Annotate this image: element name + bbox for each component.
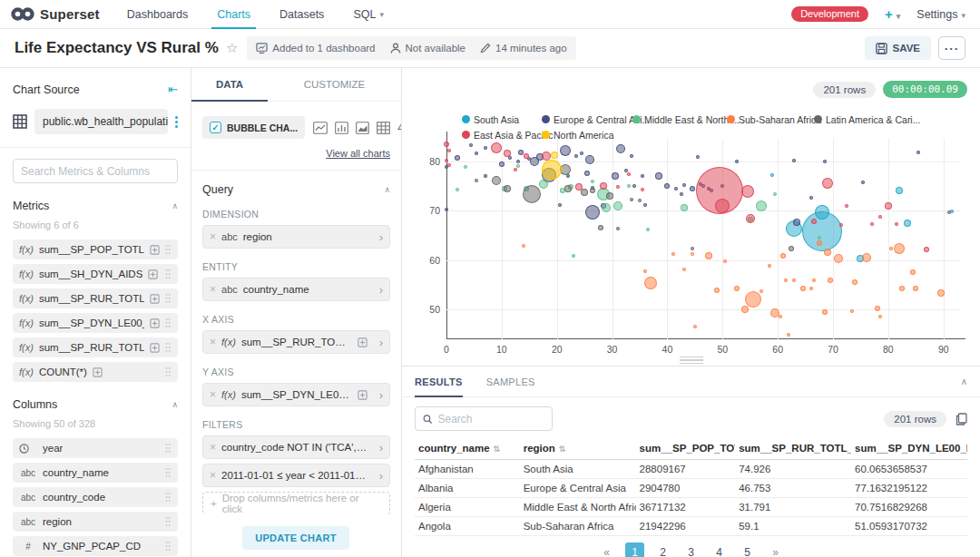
bubble-middle-east-north-africa[interactable] — [627, 184, 631, 188]
column-header-region[interactable]: region⇅ — [520, 440, 636, 460]
column-item[interactable]: year●●●●●● — [13, 438, 178, 458]
bubble-sub-saharan-africa[interactable] — [937, 289, 945, 297]
bubble-europe-central-asia[interactable] — [674, 187, 678, 191]
copy-icon[interactable] — [956, 413, 967, 425]
bubble-europe-central-asia[interactable] — [612, 172, 619, 180]
more-actions-button[interactable]: ··· — [938, 36, 965, 60]
tab-customize[interactable]: CUSTOMIZE — [268, 68, 401, 101]
metric-item[interactable]: f(x)COUNT(*)●●●●●● — [13, 362, 178, 382]
bubble-latin-america-caribbean[interactable] — [947, 210, 951, 214]
bubble-middle-east-north-africa[interactable] — [456, 188, 459, 191]
bubble-europe-central-asia[interactable] — [516, 160, 520, 163]
bubble-europe-central-asia[interactable] — [616, 144, 625, 153]
bubble-latin-america-caribbean[interactable] — [616, 227, 620, 230]
bubble-middle-east-north-africa[interactable] — [464, 165, 467, 169]
bubble-europe-central-asia[interactable] — [560, 145, 571, 156]
bubble-sub-saharan-africa[interactable] — [779, 315, 782, 318]
dataset-name[interactable]: public.wb_health_population — [34, 109, 168, 134]
bubble-sub-saharan-africa[interactable] — [817, 240, 822, 246]
bubble-sub-saharan-africa[interactable] — [828, 278, 833, 283]
bubble-east-asia-pacific[interactable] — [895, 222, 898, 226]
bubble-east-asia-pacific[interactable] — [445, 159, 448, 162]
drag-handle-icon[interactable]: ●●●●●● — [165, 342, 172, 353]
bubble-middle-east-north-africa[interactable] — [591, 180, 594, 183]
bubble-latin-america-caribbean[interactable] — [630, 198, 633, 201]
bubble-europe-central-asia[interactable] — [585, 155, 594, 164]
bubble-europe-central-asia[interactable] — [475, 151, 478, 155]
bubble-east-asia-pacific[interactable] — [616, 185, 620, 189]
bubble-east-asia-pacific[interactable] — [885, 202, 892, 210]
drag-handle-icon[interactable]: ●●●●●● — [165, 366, 172, 377]
bubble-middle-east-north-africa[interactable] — [818, 236, 821, 239]
bubble-east-asia-pacific[interactable] — [811, 219, 817, 224]
bubble-europe-central-asia[interactable] — [558, 203, 562, 207]
bubble-sub-saharan-africa[interactable] — [878, 315, 882, 318]
bubble-latin-america-caribbean[interactable] — [598, 225, 603, 230]
column-header-sum__SP_DYN_LE00_IN[interactable]: sum__SP_DYN_LE00_IN⇅ — [851, 440, 967, 460]
bubble-europe-central-asia[interactable] — [484, 146, 487, 150]
bubble-latin-america-caribbean[interactable] — [691, 247, 694, 250]
bubble-east-asia-pacific[interactable] — [878, 215, 882, 219]
bubble-sub-saharan-africa[interactable] — [850, 309, 854, 313]
metric-item[interactable]: f(x)sum__SP_DYN_LE00_IN●●●●●● — [13, 313, 178, 333]
bubble-sub-saharan-africa[interactable] — [822, 309, 828, 315]
bubble-sub-saharan-africa[interactable] — [910, 269, 916, 275]
dataset-options-kebab[interactable] — [175, 116, 178, 128]
metrics-columns-search[interactable] — [13, 159, 178, 183]
bubble-north-america[interactable] — [542, 160, 562, 180]
bubble-sub-saharan-africa[interactable] — [812, 278, 816, 282]
legend-item[interactable]: South Asia — [462, 112, 534, 127]
settings-menu[interactable]: Settings▾ — [916, 8, 965, 21]
bubble-middle-east-north-africa[interactable] — [756, 200, 767, 211]
column-header-sum__SP_RUR_TOTL_ZS[interactable]: sum__SP_RUR_TOTL_ZS⇅ — [735, 440, 851, 460]
bubble-middle-east-north-africa[interactable] — [516, 164, 520, 168]
chevron-right-icon[interactable]: › — [373, 283, 389, 297]
table-icon[interactable] — [377, 122, 390, 134]
pagination-next[interactable]: » — [766, 542, 785, 557]
bubble-east-asia-pacific[interactable] — [524, 153, 529, 159]
bubble-east-asia-pacific[interactable] — [870, 222, 874, 226]
bubble-europe-central-asia[interactable] — [641, 174, 644, 178]
bubble-latin-america-caribbean[interactable] — [590, 188, 595, 193]
bubble-sub-saharan-africa[interactable] — [834, 254, 843, 263]
bubble-middle-east-north-africa[interactable] — [572, 254, 575, 258]
drag-handle-icon[interactable]: ●●●●●● — [165, 293, 172, 304]
control-pill[interactable]: ×abccountry_name› — [202, 278, 390, 301]
pagination-page-2[interactable]: 2 — [653, 542, 672, 557]
chevron-up-icon[interactable]: ∧ — [172, 201, 178, 210]
bubble-sub-saharan-africa[interactable] — [745, 291, 761, 308]
bubble-sub-saharan-africa[interactable] — [787, 333, 790, 337]
metric-item[interactable]: f(x)sum__SP_RUR_TOTL●●●●●● — [13, 337, 178, 357]
bubble-east-asia-pacific[interactable] — [447, 163, 451, 167]
bubble-east-asia-pacific[interactable] — [924, 247, 929, 252]
bubble-europe-central-asia[interactable] — [696, 155, 700, 159]
bubble-europe-central-asia[interactable] — [580, 151, 583, 155]
bubble-east-asia-pacific[interactable] — [514, 168, 517, 171]
drag-handle-icon[interactable]: ●●●●●● — [165, 318, 172, 328]
results-search[interactable] — [415, 406, 553, 431]
bubble-sub-saharan-africa[interactable] — [875, 306, 880, 311]
bubble-europe-central-asia[interactable] — [574, 154, 578, 158]
bubble-sub-saharan-africa[interactable] — [693, 325, 697, 328]
bubble-sub-saharan-africa[interactable] — [671, 252, 675, 256]
bubble-europe-central-asia[interactable] — [584, 171, 590, 176]
bubble-east-asia-pacific[interactable] — [839, 223, 843, 227]
bubble-europe-central-asia[interactable] — [809, 196, 813, 200]
control-pill[interactable]: ×abcregion› — [202, 225, 390, 249]
bubble-east-asia-pacific[interactable] — [447, 149, 451, 152]
nav-item-charts[interactable]: Charts — [202, 0, 265, 29]
control-pill[interactable]: ×country_code NOT IN ('TCA', 'MNP', 'D..… — [202, 435, 390, 459]
bubble-sub-saharan-africa[interactable] — [889, 247, 893, 250]
drag-handle-icon[interactable]: ●●●●●● — [165, 467, 172, 478]
bubble-europe-central-asia[interactable] — [445, 208, 448, 211]
bubble-europe-central-asia[interactable] — [916, 151, 920, 154]
update-chart-button[interactable]: UPDATE CHART — [242, 526, 349, 550]
pagination-page-3[interactable]: 3 — [681, 542, 701, 557]
bubble-latin-america-caribbean[interactable] — [523, 185, 541, 203]
remove-icon[interactable]: × — [210, 283, 216, 296]
bubble-latin-america-caribbean[interactable] — [564, 185, 572, 192]
column-item[interactable]: abccountry_code●●●●●● — [13, 487, 178, 507]
bubble-europe-central-asia[interactable] — [823, 160, 827, 163]
bubble-east-asia-pacific[interactable] — [845, 204, 848, 208]
view-all-charts-link[interactable]: View all charts — [191, 139, 401, 171]
